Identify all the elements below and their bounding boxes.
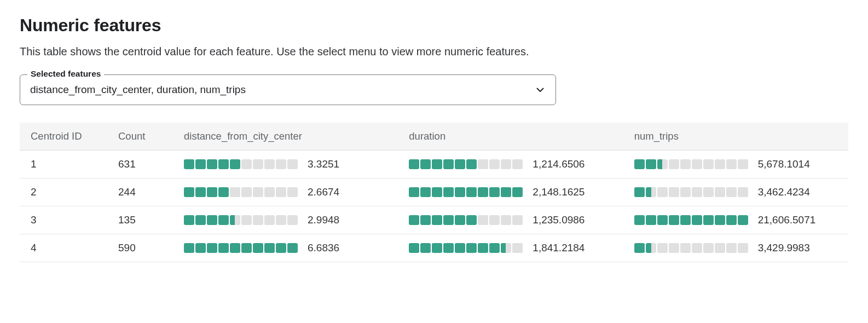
cell-feature: 2.6674 xyxy=(173,178,398,206)
feature-value: 3,462.4234 xyxy=(758,186,818,198)
cell-feature: 2,148.1625 xyxy=(398,178,623,206)
page-subtitle: This table shows the centroid value for … xyxy=(20,45,848,58)
centroids-table: Centroid ID Count distance_from_city_cen… xyxy=(20,123,848,262)
selected-features-field: Selected features distance_from_city_cen… xyxy=(20,74,556,105)
value-bar xyxy=(184,243,298,253)
table-row: 22442.66742,148.16253,462.4234 xyxy=(20,178,848,206)
value-bar xyxy=(634,243,748,253)
cell-feature: 21,606.5071 xyxy=(623,206,848,234)
cell-feature: 6.6836 xyxy=(173,234,398,262)
selected-features-select[interactable]: distance_from_city_center, duration, num… xyxy=(20,74,556,105)
cell-feature: 3,429.9983 xyxy=(623,234,848,262)
feature-value: 1,841.2184 xyxy=(533,242,593,254)
selected-features-label: Selected features xyxy=(27,69,104,79)
cell-feature: 3.3251 xyxy=(173,151,398,178)
feature-value: 1,214.6506 xyxy=(533,158,593,170)
table-header-row: Centroid ID Count distance_from_city_cen… xyxy=(20,123,848,151)
feature-value: 1,235.0986 xyxy=(533,214,593,226)
table-row: 31352.99481,235.098621,606.5071 xyxy=(20,206,848,234)
cell-centroid-id: 1 xyxy=(20,151,107,178)
value-bar xyxy=(184,159,298,169)
table-row: 16313.32511,214.65065,678.1014 xyxy=(20,151,848,178)
value-bar xyxy=(409,243,523,253)
cell-count: 244 xyxy=(107,178,173,206)
cell-count: 631 xyxy=(107,151,173,178)
cell-centroid-id: 3 xyxy=(20,206,107,234)
feature-value: 2.9948 xyxy=(308,214,368,226)
value-bar xyxy=(634,215,748,225)
cell-feature: 3,462.4234 xyxy=(623,178,848,206)
value-bar xyxy=(634,187,748,197)
cell-feature: 1,235.0986 xyxy=(398,206,623,234)
value-bar xyxy=(634,159,748,169)
col-feature-0: distance_from_city_center xyxy=(173,123,398,151)
cell-count: 590 xyxy=(107,234,173,262)
page-title: Numeric features xyxy=(20,15,848,36)
cell-centroid-id: 4 xyxy=(20,234,107,262)
cell-feature: 2.9948 xyxy=(173,206,398,234)
table-row: 45906.68361,841.21843,429.9983 xyxy=(20,234,848,262)
feature-value: 3.3251 xyxy=(308,158,368,170)
cell-count: 135 xyxy=(107,206,173,234)
feature-value: 6.6836 xyxy=(308,242,368,254)
feature-value: 21,606.5071 xyxy=(758,214,818,226)
col-feature-1: duration xyxy=(398,123,623,151)
value-bar xyxy=(409,187,523,197)
value-bar xyxy=(409,159,523,169)
cell-centroid-id: 2 xyxy=(20,178,107,206)
selected-features-value: distance_from_city_center, duration, num… xyxy=(30,84,246,96)
feature-value: 5,678.1014 xyxy=(758,158,818,170)
col-count: Count xyxy=(107,123,173,151)
cell-feature: 1,841.2184 xyxy=(398,234,623,262)
col-centroid-id: Centroid ID xyxy=(20,123,107,151)
chevron-down-icon xyxy=(536,88,544,92)
col-feature-2: num_trips xyxy=(623,123,848,151)
feature-value: 2.6674 xyxy=(308,186,368,198)
feature-value: 2,148.1625 xyxy=(533,186,593,198)
value-bar xyxy=(409,215,523,225)
cell-feature: 5,678.1014 xyxy=(623,151,848,178)
value-bar xyxy=(184,215,298,225)
feature-value: 3,429.9983 xyxy=(758,242,818,254)
cell-feature: 1,214.6506 xyxy=(398,151,623,178)
value-bar xyxy=(184,187,298,197)
